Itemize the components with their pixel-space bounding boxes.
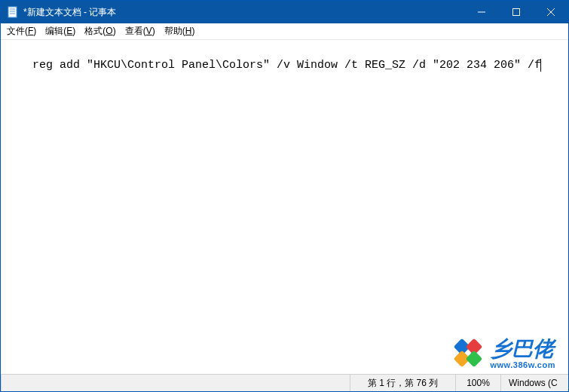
close-button[interactable]: [534, 1, 568, 23]
menu-view[interactable]: 查看(V): [121, 23, 160, 39]
editor-content: reg add "HKCU\Control Panel\Colors" /v W…: [32, 59, 541, 72]
menubar: 文件(F) 编辑(E) 格式(O) 查看(V) 帮助(H): [1, 23, 568, 40]
menu-format[interactable]: 格式(O): [80, 23, 120, 39]
notepad-icon: [7, 6, 19, 18]
menu-help[interactable]: 帮助(H): [160, 23, 200, 39]
notepad-window: *新建文本文档 - 记事本 文件(F) 编辑(E) 格式(O) 查看(V) 帮助…: [0, 0, 569, 392]
window-title: *新建文本文档 - 记事本: [23, 6, 464, 19]
text-cursor: [540, 59, 541, 72]
status-zoom: 100%: [455, 375, 500, 391]
minimize-button[interactable]: [464, 1, 499, 23]
titlebar[interactable]: *新建文本文档 - 记事本: [1, 1, 568, 23]
statusbar: 第 1 行，第 76 列 100% Windows (C: [1, 374, 568, 391]
menu-file[interactable]: 文件(F): [2, 23, 41, 39]
text-editor[interactable]: reg add "HKCU\Control Panel\Colors" /v W…: [1, 40, 568, 374]
statusbar-spacer: [1, 375, 350, 391]
window-controls: [464, 1, 568, 23]
svg-rect-0: [8, 7, 17, 17]
status-position: 第 1 行，第 76 列: [350, 375, 455, 391]
status-encoding: Windows (C: [500, 375, 568, 391]
maximize-button[interactable]: [499, 1, 534, 23]
menu-edit[interactable]: 编辑(E): [41, 23, 80, 39]
svg-rect-5: [513, 9, 520, 16]
